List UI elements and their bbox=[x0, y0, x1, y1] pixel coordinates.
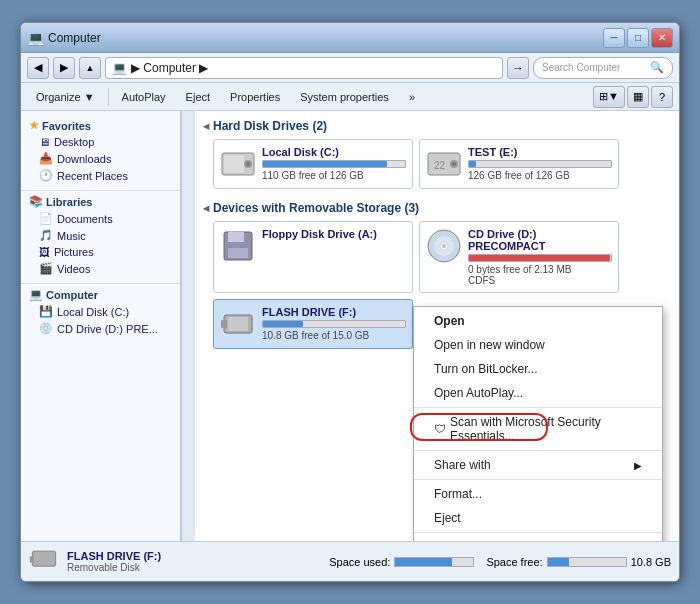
sidebar-item-music[interactable]: 🎵 Music bbox=[21, 227, 180, 244]
desktop-icon: 🖥 bbox=[39, 136, 50, 148]
drive-cd-d[interactable]: CD Drive (D:) PRECOMPACT 0 bytes free of… bbox=[419, 221, 619, 293]
ctx-open-new-window[interactable]: Open in new window bbox=[414, 333, 662, 357]
computer-icon: 💻 bbox=[29, 288, 43, 301]
pictures-label: Pictures bbox=[54, 246, 94, 258]
ctx-share-label: Share with bbox=[434, 458, 491, 472]
sidebar-item-videos[interactable]: 🎬 Videos bbox=[21, 260, 180, 277]
close-button[interactable]: ✕ bbox=[651, 28, 673, 48]
libraries-icon: 📚 bbox=[29, 195, 43, 208]
ctx-eject[interactable]: Eject bbox=[414, 506, 662, 530]
maximize-button[interactable]: □ bbox=[627, 28, 649, 48]
cd-drive-label: CD Drive (D:) PRE... bbox=[57, 323, 158, 335]
favorites-header: ★ Favorites bbox=[21, 117, 180, 134]
preview-pane-button[interactable]: ▦ bbox=[627, 86, 649, 108]
sidebar-separator-1 bbox=[21, 190, 180, 191]
libraries-label: Libraries bbox=[46, 196, 92, 208]
cdrom-bar bbox=[469, 255, 610, 261]
toolbar-right: ⊞▼ ▦ ? bbox=[593, 86, 673, 108]
videos-icon: 🎬 bbox=[39, 262, 53, 275]
drive-e-bar-bg bbox=[468, 160, 612, 168]
organize-button[interactable]: Organize ▼ bbox=[27, 86, 104, 108]
address-icon: 💻 bbox=[112, 61, 127, 75]
toolbar: Organize ▼ AutoPlay Eject Properties Sys… bbox=[21, 83, 679, 111]
ctx-share-with[interactable]: Share with ▶ bbox=[414, 453, 662, 477]
system-properties-button[interactable]: System properties bbox=[291, 86, 398, 108]
svg-point-7 bbox=[452, 162, 456, 166]
space-free-label: Space free: bbox=[486, 556, 542, 568]
hard-disk-drives-grid: Local Disk (C:) 110 GB free of 126 GB 22 bbox=[203, 139, 671, 189]
drive-e-size: 126 GB free of 126 GB bbox=[468, 170, 612, 181]
sidebar-item-desktop[interactable]: 🖥 Desktop bbox=[21, 134, 180, 150]
cdrom-fs: CDFS bbox=[468, 275, 612, 286]
ctx-bitlocker[interactable]: Turn on BitLocker... bbox=[414, 357, 662, 381]
sidebar-item-recent-places[interactable]: 🕐 Recent Places bbox=[21, 167, 180, 184]
back-button[interactable]: ◀ bbox=[27, 57, 49, 79]
space-used-bar-bg bbox=[394, 557, 474, 567]
svg-rect-17 bbox=[221, 320, 227, 328]
drive-flash-f[interactable]: FLASH DRIVE (F:) 10.8 GB free of 15.0 GB bbox=[213, 299, 413, 349]
space-used-label: Space used: bbox=[329, 556, 390, 568]
documents-label: Documents bbox=[57, 213, 113, 225]
minimize-button[interactable]: ─ bbox=[603, 28, 625, 48]
computer-header[interactable]: 💻 Computer bbox=[21, 286, 180, 303]
svg-rect-1 bbox=[224, 155, 244, 173]
eject-button[interactable]: Eject bbox=[177, 86, 219, 108]
cdrom-size: 0 bytes free of 2.13 MB bbox=[468, 264, 612, 275]
cdrom-icon bbox=[426, 228, 462, 264]
ctx-open[interactable]: Open bbox=[414, 309, 662, 333]
statusbar: FLASH DRIVE (F:) Removable Disk Space us… bbox=[21, 541, 679, 581]
properties-button[interactable]: Properties bbox=[221, 86, 289, 108]
address-text: ▶ Computer ▶ bbox=[131, 61, 208, 75]
floppy-name: Floppy Disk Drive (A:) bbox=[262, 228, 406, 240]
libraries-header: 📚 Libraries bbox=[21, 193, 180, 210]
sidebar-item-cd-drive[interactable]: 💿 CD Drive (D:) PRE... bbox=[21, 320, 180, 337]
status-drive-name: FLASH DRIVE (F:) bbox=[67, 550, 161, 562]
titlebar-left: 💻 Computer bbox=[27, 30, 101, 46]
up-button[interactable]: ▲ bbox=[79, 57, 101, 79]
floppy-info: Floppy Disk Drive (A:) bbox=[262, 228, 406, 240]
computer-section: 💻 Computer 💾 Local Disk (C:) 💿 CD Drive … bbox=[21, 286, 180, 337]
sidebar-item-downloads[interactable]: 📥 Downloads bbox=[21, 150, 180, 167]
ctx-format[interactable]: Format... bbox=[414, 482, 662, 506]
drive-floppy-a[interactable]: Floppy Disk Drive (A:) bbox=[213, 221, 413, 293]
computer-label: Computer bbox=[46, 289, 98, 301]
local-disk-icon: 💾 bbox=[39, 305, 53, 318]
status-drive-type: Removable Disk bbox=[67, 562, 161, 573]
sidebar-item-pictures[interactable]: 🖼 Pictures bbox=[21, 244, 180, 260]
local-disk-label: Local Disk (C:) bbox=[57, 306, 129, 318]
music-icon: 🎵 bbox=[39, 229, 53, 242]
go-button[interactable]: → bbox=[507, 57, 529, 79]
address-path[interactable]: 💻 ▶ Computer ▶ bbox=[105, 57, 503, 79]
ctx-sep-3 bbox=[414, 479, 662, 480]
drive-local-disk-c[interactable]: Local Disk (C:) 110 GB free of 126 GB bbox=[213, 139, 413, 189]
help-button[interactable]: ? bbox=[651, 86, 673, 108]
ctx-autoplay[interactable]: Open AutoPlay... bbox=[414, 381, 662, 405]
search-box[interactable]: Search Computer 🔍 bbox=[533, 57, 673, 79]
sidebar-item-documents[interactable]: 📄 Documents bbox=[21, 210, 180, 227]
drive-test-e[interactable]: 22 TEST (E:) 126 GB free of 126 GB bbox=[419, 139, 619, 189]
floppy-icon bbox=[220, 228, 256, 264]
star-icon: ★ bbox=[29, 119, 39, 132]
flash-name: FLASH DRIVE (F:) bbox=[262, 306, 406, 318]
svg-point-3 bbox=[246, 162, 250, 166]
search-icon: 🔍 bbox=[650, 61, 664, 74]
svg-text:22: 22 bbox=[434, 160, 446, 171]
toolbar-separator-1 bbox=[108, 88, 109, 106]
desktop-label: Desktop bbox=[54, 136, 94, 148]
more-button[interactable]: » bbox=[400, 86, 424, 108]
drive-c-name: Local Disk (C:) bbox=[262, 146, 406, 158]
downloads-label: Downloads bbox=[57, 153, 111, 165]
hard-disk-section-header: Hard Disk Drives (2) bbox=[203, 119, 671, 133]
ctx-scan[interactable]: 🛡Scan with Microsoft Security Essentials… bbox=[414, 410, 662, 448]
window-title: Computer bbox=[48, 31, 101, 45]
ctx-cut[interactable]: Cut bbox=[414, 535, 662, 541]
view-toggle-button[interactable]: ⊞▼ bbox=[593, 86, 625, 108]
status-space-free: Space free: 10.8 GB bbox=[486, 556, 671, 568]
ctx-share-arrow: ▶ bbox=[634, 460, 642, 471]
pictures-icon: 🖼 bbox=[39, 246, 50, 258]
sidebar-item-local-disk-c[interactable]: 💾 Local Disk (C:) bbox=[21, 303, 180, 320]
autoplay-button[interactable]: AutoPlay bbox=[113, 86, 175, 108]
status-space-used: Space used: bbox=[329, 556, 474, 568]
forward-button[interactable]: ▶ bbox=[53, 57, 75, 79]
sidebar-scrollbar[interactable] bbox=[181, 111, 195, 541]
